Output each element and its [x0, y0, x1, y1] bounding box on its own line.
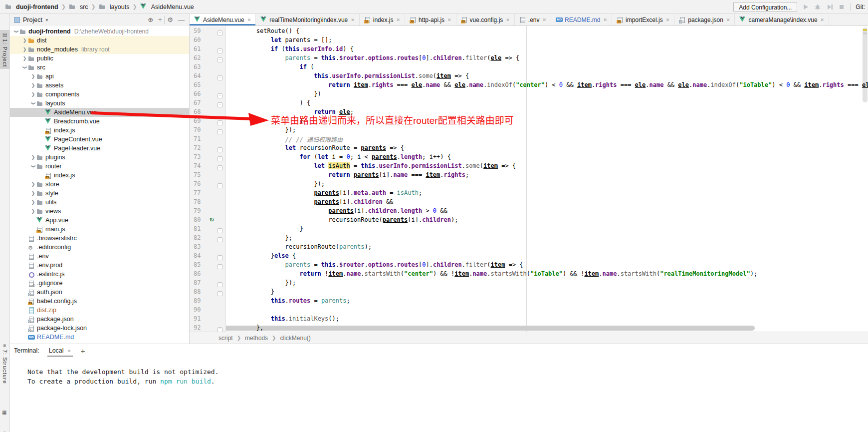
tree-item-.editorconfig[interactable]: ⚙.editorconfig: [10, 243, 189, 252]
tree-item-.gitignore[interactable]: ⊘.gitignore: [10, 279, 189, 288]
fold-marker-slot[interactable]: −: [216, 26, 223, 35]
tree-item-node_modules[interactable]: ❯node_moduleslibrary root: [10, 45, 189, 54]
tab-close-icon[interactable]: ✕: [447, 17, 451, 22]
chevron-right-icon[interactable]: ❯: [21, 38, 28, 43]
close-icon[interactable]: ✕: [67, 349, 71, 354]
terminal-tab-local[interactable]: Local ✕: [47, 345, 73, 357]
fold-marker-icon[interactable]: −: [217, 327, 222, 332]
fold-marker-slot[interactable]: −: [216, 71, 223, 80]
hide-panel-icon[interactable]: —: [178, 15, 185, 25]
chevron-right-icon[interactable]: ❯: [30, 209, 36, 214]
tree-item-public[interactable]: ❯public: [10, 54, 189, 63]
chevron-right-icon[interactable]: ❯: [21, 47, 28, 52]
stop-icon[interactable]: [838, 3, 845, 10]
tree-item-package-lock.json[interactable]: ()package-lock.json: [10, 324, 189, 333]
tab-close-icon[interactable]: ✕: [666, 17, 670, 22]
editor-tab-.env[interactable]: .env✕: [515, 14, 551, 25]
tool-window-button-project[interactable]: ▤ 1: Project: [0, 30, 9, 69]
fold-marker-icon[interactable]: −: [217, 165, 222, 170]
tree-item-AsideMenu.vue[interactable]: AsideMenu.vue: [10, 108, 189, 117]
project-panel-title[interactable]: Project: [23, 16, 42, 23]
tree-item-router[interactable]: ❯router: [10, 162, 189, 171]
tree-item-views[interactable]: ❯views: [10, 207, 189, 216]
editor-breadcrumb-clickMenu--[interactable]: clickMenu(): [280, 335, 310, 342]
fold-marker-slot[interactable]: −: [216, 224, 223, 233]
fold-marker-slot[interactable]: −: [216, 260, 223, 269]
fold-marker-slot[interactable]: −: [216, 89, 223, 98]
tool-strip-grid-icon[interactable]: ▦: [2, 410, 6, 415]
fold-marker-icon[interactable]: −: [217, 291, 222, 296]
fold-marker-slot[interactable]: −: [216, 323, 223, 332]
run-with-coverage-icon[interactable]: [826, 3, 833, 10]
fold-marker-icon[interactable]: −: [217, 93, 222, 98]
tree-item-main.js[interactable]: JSmain.js: [10, 225, 189, 234]
fold-marker-icon[interactable]: −: [217, 282, 222, 287]
fold-marker-slot[interactable]: −: [216, 278, 223, 287]
editor-tab-importExcel.js[interactable]: JSimportExcel.js✕: [612, 14, 674, 25]
chevron-right-icon[interactable]: ❯: [30, 200, 36, 205]
tab-close-icon[interactable]: ✕: [603, 17, 607, 22]
collapse-all-icon[interactable]: ÷: [158, 15, 162, 25]
fold-marker-icon[interactable]: −: [217, 237, 222, 242]
tree-item-.eslintrc.js[interactable]: .eslintrc.js: [10, 270, 189, 279]
fold-marker-slot[interactable]: −: [216, 116, 223, 125]
editor-tab-package.json[interactable]: ()package.json✕: [674, 14, 735, 25]
settings-gear-icon[interactable]: ⚙: [167, 15, 173, 25]
add-configuration-button[interactable]: Add Configuration...: [733, 2, 797, 12]
tree-item-package.json[interactable]: ()package.json: [10, 315, 189, 324]
chevron-right-icon[interactable]: ❯: [30, 191, 36, 196]
tree-item-index.js[interactable]: JSindex.js: [10, 126, 189, 135]
git-menu-label[interactable]: Git:: [856, 3, 865, 10]
chevron-right-icon[interactable]: ❯: [30, 74, 36, 79]
chevron-right-icon[interactable]: ❯: [30, 155, 36, 160]
tree-item-dist.zip[interactable]: dist.zip: [10, 306, 189, 315]
breadcrumb-item-layouts[interactable]: layouts: [99, 3, 130, 10]
chevron-down-icon[interactable]: ❯: [31, 100, 36, 107]
tree-item-src[interactable]: ❯src: [10, 63, 189, 72]
terminal-output[interactable]: Note that the development build is not o…: [10, 357, 868, 386]
breadcrumb-item-duoji-frontend[interactable]: duoji-frontend: [5, 3, 58, 10]
tree-item-index.js[interactable]: JSindex.js: [10, 171, 189, 180]
tree-item-.browserslistrc[interactable]: .browserslistrc: [10, 234, 189, 243]
tool-window-button-structure[interactable]: ≡ 7: Structure: [0, 343, 9, 384]
fold-marker-icon[interactable]: −: [217, 183, 222, 188]
locate-file-icon[interactable]: ⊕: [148, 15, 153, 25]
tree-item-duoji-frontend[interactable]: ❯duoji-frontendD:\zheheWeb\duoji-fronten…: [10, 27, 189, 36]
editor-breadcrumb-methods[interactable]: methods: [245, 335, 268, 342]
chevron-down-icon[interactable]: ❯: [22, 64, 27, 71]
fold-marker-slot[interactable]: −: [216, 44, 223, 53]
fold-marker-icon[interactable]: −: [217, 120, 222, 125]
tree-item-Breadcrumb.vue[interactable]: Breadcrumb.vue: [10, 117, 189, 126]
chevron-right-icon[interactable]: ❯: [30, 83, 36, 88]
fold-marker-icon[interactable]: −: [217, 264, 222, 269]
debug-bug-icon[interactable]: [814, 3, 821, 10]
tree-item-.env.prod[interactable]: .env.prod: [10, 261, 189, 270]
editor-tab-cameraManage-index.vue[interactable]: cameraManage\index.vue✕: [735, 14, 829, 25]
tab-close-icon[interactable]: ✕: [726, 17, 730, 22]
tab-close-icon[interactable]: ✕: [351, 17, 355, 22]
fold-marker-icon[interactable]: −: [217, 255, 222, 260]
editor-tab-vue.config.js[interactable]: JSvue.config.js✕: [456, 14, 515, 25]
editor-tab-http-api.js[interactable]: JShttp-api.js✕: [405, 14, 456, 25]
tree-item-assets[interactable]: ❯assets: [10, 81, 189, 90]
fold-marker-slot[interactable]: −: [216, 287, 223, 296]
fold-marker-icon[interactable]: −: [217, 156, 222, 161]
tree-item-store[interactable]: ❯store: [10, 180, 189, 189]
editor-body[interactable]: 59− setRoute() {60 let parents = [];61− …: [190, 26, 868, 332]
chevron-right-icon[interactable]: ❯: [30, 182, 36, 187]
tree-item-babel.config.js[interactable]: JSbabel.config.js: [10, 297, 189, 306]
fold-marker-icon[interactable]: −: [217, 75, 222, 80]
tab-close-icon[interactable]: ✕: [543, 17, 547, 22]
breadcrumb-item-src[interactable]: src: [69, 3, 88, 10]
tree-item-App.vue[interactable]: App.vue: [10, 216, 189, 225]
fold-marker-icon[interactable]: −: [217, 30, 222, 35]
tree-item-.env[interactable]: .env: [10, 252, 189, 261]
chevron-down-icon[interactable]: ▼: [45, 18, 49, 22]
fold-marker-slot[interactable]: −: [216, 125, 223, 134]
fold-marker-slot[interactable]: −: [216, 152, 223, 161]
fold-marker-slot[interactable]: −: [216, 53, 223, 62]
fold-marker-slot[interactable]: −: [216, 179, 223, 188]
tree-item-api[interactable]: ❯api: [10, 72, 189, 81]
editor-tab-README.md[interactable]: MDREADME.md✕: [551, 14, 612, 25]
tree-item-README.md[interactable]: MDREADME.md: [10, 333, 189, 342]
